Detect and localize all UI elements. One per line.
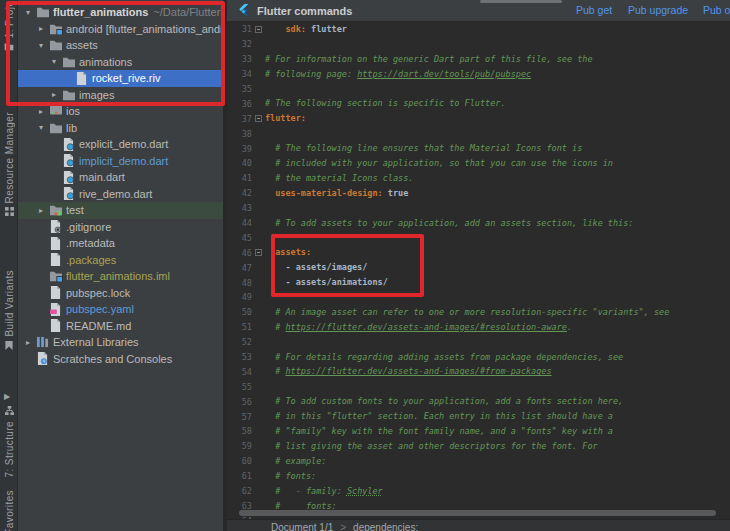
tree-item-test[interactable]: ▸test (18, 202, 223, 219)
breadcrumb-dependencies[interactable]: dependencies: (353, 522, 418, 531)
gutter-line-61[interactable]: 61 (227, 469, 265, 484)
code-line-41[interactable]: # the material Icons class. (265, 171, 730, 186)
gutter-line-62[interactable]: 62 (227, 484, 265, 499)
horizontal-scrollbar[interactable] (239, 510, 716, 516)
gutter-line-49[interactable]: 49 (227, 290, 265, 305)
gutter-line-34[interactable]: 34 (227, 67, 265, 82)
code-line-56[interactable]: # To add custom fonts to your applicatio… (265, 394, 730, 409)
gutter-line-40[interactable]: 40 (227, 156, 265, 171)
tree-item-flutter-animations-iml[interactable]: flutter_animations.iml (18, 268, 223, 285)
gutter-line-37[interactable]: 37 (227, 111, 265, 126)
code-line-35[interactable] (265, 82, 730, 97)
gutter-line-59[interactable]: 59 (227, 439, 265, 454)
tree-item-explicit-demo-dart[interactable]: explicit_demo.dart (18, 136, 223, 153)
tree-item-pubspec-lock[interactable]: pubspec.lock (18, 285, 223, 302)
gutter-line-32[interactable]: 32 (227, 37, 265, 52)
tree-item-main-dart[interactable]: main.dart (18, 169, 223, 186)
tree-item-pubspec-yaml[interactable]: pubspec.yaml (18, 301, 223, 318)
pub-upgrade-button[interactable]: Pub upgrade (628, 4, 688, 16)
code-line-32[interactable] (265, 37, 730, 52)
fold-marker-icon[interactable] (255, 249, 262, 256)
tree-item-external-libraries[interactable]: ▸External Libraries (18, 334, 223, 351)
code-line-34[interactable]: # following page: https://dart.dev/tools… (265, 67, 730, 82)
code-line-50[interactable]: # An image asset can refer to one or mor… (265, 305, 730, 320)
gutter-line-60[interactable]: 60 (227, 454, 265, 469)
gutter-line-38[interactable]: 38 (227, 126, 265, 141)
pubspec-yaml-code[interactable]: sdk: flutter# For information on the gen… (265, 22, 730, 519)
pub-get-button[interactable]: Pub get (576, 4, 612, 16)
code-line-61[interactable]: # fonts: (265, 469, 730, 484)
tree-item-ios[interactable]: ▸ios (18, 103, 223, 120)
gutter-line-31[interactable]: 31 (227, 22, 265, 37)
code-line-40[interactable]: # included with your application, so tha… (265, 156, 730, 171)
gutter-line-54[interactable]: 54 (227, 364, 265, 379)
code-line-38[interactable] (265, 126, 730, 141)
tree-item-gitignore[interactable]: .gitignore (18, 219, 223, 236)
breadcrumb-document[interactable]: Document 1/1 (271, 522, 333, 531)
tool-tab-resource-manager[interactable]: Resource Manager (0, 112, 18, 218)
gutter-line-41[interactable]: 41 (227, 171, 265, 186)
code-line-51[interactable]: # https://flutter.dev/assets-and-images/… (265, 320, 730, 335)
tree-down-arrow[interactable]: ▾ (35, 41, 47, 50)
code-line-47[interactable]: - assets/images/ (265, 260, 730, 275)
editor-gutter[interactable]: 3132333435363738394041424344454647484950… (227, 22, 265, 519)
code-line-46[interactable]: assets: (265, 245, 730, 260)
tree-item-scratches-and-consoles[interactable]: Scratches and Consoles (18, 351, 223, 368)
code-line-44[interactable]: # To add assets to your application, add… (265, 216, 730, 231)
tool-tab-structure[interactable]: 7: Structure (0, 406, 18, 478)
code-line-31[interactable]: sdk: flutter (265, 22, 730, 37)
tree-item-rocket-rive-riv[interactable]: rocket_rive.riv (18, 70, 223, 87)
gutter-line-42[interactable]: 42 (227, 186, 265, 201)
pub-outdated-button[interactable]: Pub outdated (703, 4, 730, 16)
tree-down-arrow[interactable]: ▾ (48, 57, 60, 66)
gutter-line-44[interactable]: 44 (227, 216, 265, 231)
gutter-line-39[interactable]: 39 (227, 141, 265, 156)
gutter-line-57[interactable]: 57 (227, 409, 265, 424)
tree-item-readme-md[interactable]: README.md (18, 318, 223, 335)
code-line-54[interactable]: # https://flutter.dev/assets-and-images/… (265, 364, 730, 379)
gutter-line-55[interactable]: 55 (227, 379, 265, 394)
tree-item-assets[interactable]: ▾assets (18, 37, 223, 54)
code-line-33[interactable]: # For information on the generic Dart pa… (265, 52, 730, 67)
gutter-line-58[interactable]: 58 (227, 424, 265, 439)
gutter-line-45[interactable]: 45 (227, 230, 265, 245)
code-line-49[interactable] (265, 290, 730, 305)
tree-down-arrow[interactable]: ▾ (22, 8, 34, 17)
code-line-45[interactable] (265, 230, 730, 245)
gutter-line-52[interactable]: 52 (227, 335, 265, 350)
tree-item-android-flutter-animations-android[interactable]: ▸android [flutter_animations_android] (18, 21, 223, 38)
code-line-43[interactable] (265, 201, 730, 216)
gutter-line-33[interactable]: 33 (227, 52, 265, 67)
code-line-52[interactable] (265, 335, 730, 350)
gutter-line-56[interactable]: 56 (227, 394, 265, 409)
gutter-line-43[interactable]: 43 (227, 201, 265, 216)
code-line-60[interactable]: # example: (265, 454, 730, 469)
gutter-line-46[interactable]: 46 (227, 245, 265, 260)
code-line-53[interactable]: # For details regarding adding assets fr… (265, 350, 730, 365)
gutter-line-53[interactable]: 53 (227, 350, 265, 365)
gutter-line-35[interactable]: 35 (227, 82, 265, 97)
code-line-39[interactable]: # The following line ensures that the Ma… (265, 141, 730, 156)
code-line-55[interactable] (265, 379, 730, 394)
code-line-57[interactable]: # in this "flutter" section. Each entry … (265, 409, 730, 424)
tree-item-implicit-demo-dart[interactable]: implicit_demo.dart (18, 153, 223, 170)
code-line-42[interactable]: uses-material-design: true (265, 186, 730, 201)
tree-right-arrow[interactable]: ▸ (35, 24, 47, 33)
code-line-36[interactable]: # The following section is specific to F… (265, 96, 730, 111)
code-line-59[interactable]: # list giving the asset and other descri… (265, 439, 730, 454)
top-scrollbar-fragment[interactable] (480, 0, 562, 3)
code-line-37[interactable]: flutter: (265, 111, 730, 126)
gutter-line-50[interactable]: 50 (227, 305, 265, 320)
tree-item-flutter-animations[interactable]: ▾flutter_animations~/Data/FlutterProj (18, 4, 223, 21)
tree-item-animations[interactable]: ▾animations (18, 54, 223, 71)
code-line-58[interactable]: # "family" key with the font family name… (265, 424, 730, 439)
tool-tab-build-variants[interactable]: Build Variants (0, 270, 18, 352)
stripe-collapsed-arrow[interactable]: ▶ (4, 392, 10, 401)
tool-tab-favorites[interactable]: 2: Favorites ★ (0, 490, 18, 531)
tree-item-images[interactable]: ▸images (18, 87, 223, 104)
gutter-line-51[interactable]: 51 (227, 320, 265, 335)
fold-marker-icon[interactable] (255, 115, 262, 122)
tree-right-arrow[interactable]: ▸ (35, 206, 47, 215)
gutter-line-48[interactable]: 48 (227, 275, 265, 290)
tree-down-arrow[interactable]: ▾ (35, 123, 47, 132)
